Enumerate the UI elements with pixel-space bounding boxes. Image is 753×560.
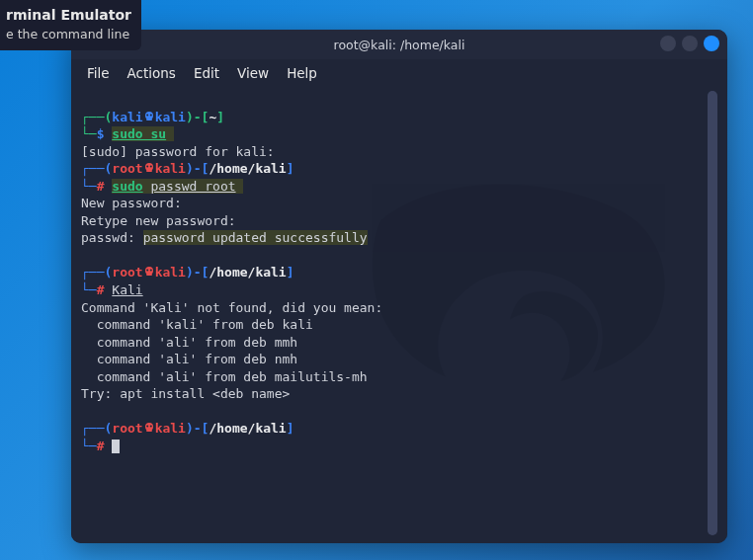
tooltip-title: rminal Emulator — [6, 6, 131, 26]
tooltip-subtitle: e the command line — [6, 26, 131, 43]
terminal-area[interactable]: ┌──(kalikali)-[~] └─$ sudo su [sudo] pas… — [71, 87, 727, 543]
scrollbar[interactable] — [708, 91, 717, 535]
line-retype-password: Retype new password: — [81, 213, 236, 228]
command-sudo: sudo — [112, 179, 142, 194]
menu-actions[interactable]: Actions — [127, 65, 176, 81]
terminal-window: root@kali: /home/kali File Actions Edit … — [71, 30, 727, 543]
line-suggest-mmh: command 'ali' from deb mmh — [81, 335, 297, 350]
prompt-host: kali — [155, 265, 186, 280]
svg-point-0 — [145, 112, 153, 120]
skull-icon — [143, 111, 155, 122]
svg-point-2 — [146, 114, 148, 116]
terminal-output[interactable]: ┌──(kalikali)-[~] └─$ sudo su [sudo] pas… — [81, 91, 704, 535]
svg-rect-1 — [146, 119, 152, 120]
window-title: root@kali: /home/kali — [334, 38, 465, 52]
menubar: File Actions Edit View Help — [71, 59, 727, 87]
line-passwd-prefix: passwd: — [81, 230, 143, 245]
prompt-path: /home/kali — [209, 161, 286, 176]
command-kali: Kali — [112, 282, 142, 297]
svg-rect-5 — [146, 170, 152, 172]
prompt-user: kali — [112, 110, 142, 124]
svg-rect-13 — [146, 430, 152, 432]
prompt-user-root: root — [112, 421, 142, 436]
svg-point-7 — [149, 166, 151, 168]
prompt-user-root: root — [112, 265, 142, 280]
svg-point-14 — [146, 426, 148, 428]
prompt-path: /home/kali — [209, 265, 286, 280]
line-try-apt: Try: apt install <deb name> — [81, 386, 290, 401]
prompt-host: kali — [155, 161, 186, 176]
svg-point-10 — [146, 270, 148, 272]
prompt-symbol: # — [97, 282, 105, 297]
prompt-user-root: root — [112, 161, 142, 176]
close-button[interactable] — [704, 36, 719, 51]
prompt-symbol: $ — [97, 126, 105, 141]
svg-point-15 — [149, 426, 151, 428]
line-passwd-success: password updated successfully — [143, 230, 368, 245]
scrollbar-thumb[interactable] — [708, 91, 717, 535]
window-controls — [660, 36, 719, 51]
window-titlebar[interactable]: root@kali: /home/kali — [71, 30, 727, 59]
line-suggest-kali: command 'kali' from deb kali — [81, 317, 313, 332]
maximize-button[interactable] — [682, 36, 698, 51]
command-passwd-root: passwd root — [150, 179, 235, 194]
svg-point-12 — [145, 423, 153, 431]
prompt-symbol: # — [97, 179, 105, 194]
line-new-password: New password: — [81, 196, 182, 210]
skull-icon — [143, 266, 155, 278]
line-suggest-nmh: command 'ali' from deb nmh — [81, 352, 297, 366]
skull-icon — [143, 162, 155, 174]
menu-help[interactable]: Help — [287, 65, 317, 81]
taskbar-tooltip: rminal Emulator e the command line — [0, 0, 141, 50]
svg-point-11 — [149, 270, 151, 272]
menu-view[interactable]: View — [237, 65, 269, 81]
prompt-symbol: # — [97, 439, 105, 453]
svg-point-8 — [145, 267, 153, 275]
menu-edit[interactable]: Edit — [194, 65, 219, 81]
svg-rect-9 — [146, 274, 152, 276]
menu-file[interactable]: File — [87, 65, 110, 81]
prompt-host: kali — [155, 421, 186, 436]
line-suggest-mailutils: command 'ali' from deb mailutils-mh — [81, 369, 368, 384]
svg-point-3 — [149, 114, 151, 116]
command-sudo-su: sudo su — [112, 126, 166, 141]
minimize-button[interactable] — [660, 36, 676, 51]
line-sudo-password: [sudo] password for kali: — [81, 144, 275, 159]
svg-point-6 — [146, 166, 148, 168]
skull-icon — [143, 422, 155, 434]
svg-point-4 — [145, 163, 153, 171]
prompt-path: /home/kali — [209, 421, 286, 436]
prompt-host: kali — [155, 110, 186, 124]
terminal-cursor — [112, 440, 120, 453]
line-not-found: Command 'Kali' not found, did you mean: — [81, 300, 382, 315]
